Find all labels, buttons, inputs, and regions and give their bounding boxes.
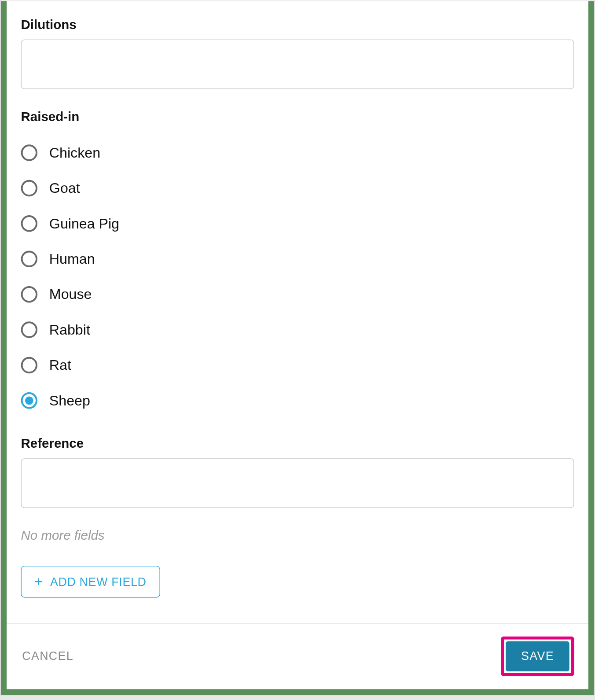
radio-icon: [21, 392, 38, 409]
plus-icon: +: [34, 575, 43, 589]
radio-row-chicken[interactable]: Chicken: [21, 135, 574, 170]
radio-label: Rabbit: [49, 321, 90, 338]
dilutions-input[interactable]: [21, 40, 574, 89]
field-dilutions: Dilutions: [21, 17, 574, 92]
no-more-fields-text: No more fields: [21, 528, 574, 543]
radio-label: Mouse: [49, 286, 92, 303]
form-frame: Dilutions Raised-in ChickenGoatGuinea Pi…: [0, 0, 595, 696]
radio-label: Human: [49, 251, 95, 268]
radio-icon: [21, 286, 38, 303]
radio-row-goat[interactable]: Goat: [21, 170, 574, 206]
form-body: Dilutions Raised-in ChickenGoatGuinea Pi…: [7, 0, 588, 623]
radio-icon: [21, 321, 38, 338]
radio-row-human[interactable]: Human: [21, 241, 574, 276]
radio-icon: [21, 357, 38, 374]
dilutions-label: Dilutions: [21, 17, 574, 33]
save-button[interactable]: SAVE: [506, 641, 569, 671]
save-highlight: SAVE: [501, 637, 574, 676]
radio-icon: [21, 251, 38, 268]
radio-row-sheep[interactable]: Sheep: [21, 383, 574, 418]
radio-row-mouse[interactable]: Mouse: [21, 276, 574, 312]
frame-border-left: [1, 1, 7, 695]
radio-label: Goat: [49, 180, 80, 197]
field-reference: Reference: [21, 436, 574, 510]
frame-border-right: [588, 1, 594, 695]
radio-label: Sheep: [49, 392, 90, 409]
reference-label: Reference: [21, 436, 574, 451]
radio-label: Rat: [49, 357, 71, 374]
raised-in-label: Raised-in: [21, 109, 574, 125]
raised-in-radio-list: ChickenGoatGuinea PigHumanMouseRabbitRat…: [21, 135, 574, 418]
radio-icon: [21, 215, 38, 232]
frame-border-bottom: [1, 689, 594, 695]
radio-row-guinea-pig[interactable]: Guinea Pig: [21, 206, 574, 241]
add-new-field-label: ADD NEW FIELD: [50, 575, 147, 589]
add-new-field-button[interactable]: + ADD NEW FIELD: [21, 566, 160, 597]
radio-row-rat[interactable]: Rat: [21, 347, 574, 383]
footer-bar: CANCEL SAVE: [7, 623, 588, 689]
radio-label: Chicken: [49, 144, 100, 161]
radio-label: Guinea Pig: [49, 215, 119, 232]
radio-icon: [21, 180, 38, 197]
field-raised-in: Raised-in ChickenGoatGuinea PigHumanMous…: [21, 109, 574, 418]
radio-icon: [21, 144, 38, 161]
content-area: Dilutions Raised-in ChickenGoatGuinea Pi…: [7, 0, 588, 689]
radio-row-rabbit[interactable]: Rabbit: [21, 312, 574, 347]
reference-input[interactable]: [21, 458, 574, 508]
cancel-button[interactable]: CANCEL: [21, 646, 75, 667]
radio-dot-icon: [25, 396, 33, 405]
